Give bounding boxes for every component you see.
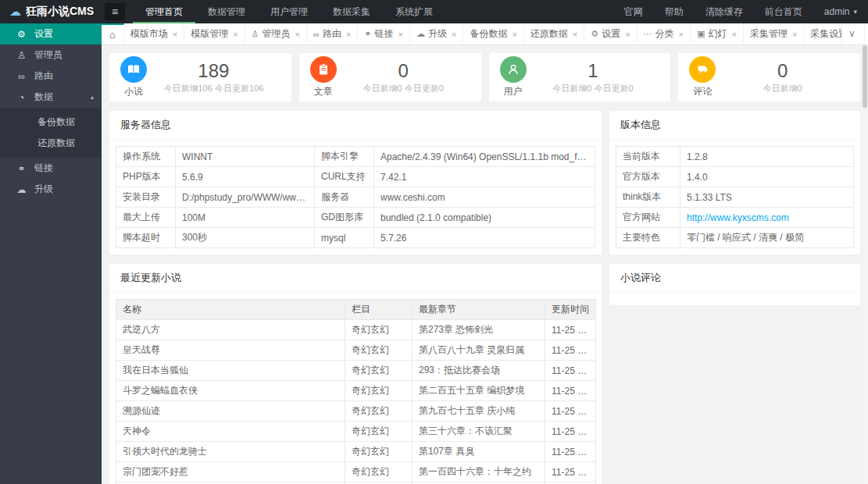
stat-card-articles: 文章 0 今日新增0 今日更新0 xyxy=(299,53,481,101)
sidebar-item-data[interactable]: ◔ 数据 ▴ xyxy=(0,87,102,108)
close-icon[interactable]: × xyxy=(398,30,403,39)
close-icon[interactable]: × xyxy=(295,30,300,39)
stat-subtext: 今日新增0 今日更新0 xyxy=(337,83,470,94)
nav-link-frontend-home[interactable]: 前台首页 xyxy=(754,0,813,23)
sidebar-item-upgrade[interactable]: ☁ 升级 xyxy=(0,179,102,200)
sidebar-item-settings[interactable]: ⚙ 设置 xyxy=(0,23,102,44)
close-icon[interactable]: × xyxy=(452,30,456,39)
upgrade-icon: ☁ xyxy=(416,29,425,39)
tab[interactable]: ♙ 管理员 × xyxy=(245,23,307,44)
column-header-chapter: 最新章节 xyxy=(413,300,545,320)
version-value: 1.2.8 xyxy=(680,147,854,167)
tab[interactable]: ⋯ 分类 × xyxy=(638,23,691,44)
novel-category: 奇幻玄幻 xyxy=(345,422,413,442)
tab[interactable]: ☁ 升级 × xyxy=(410,23,463,44)
close-icon[interactable]: × xyxy=(346,30,351,39)
close-icon[interactable]: × xyxy=(679,30,684,39)
close-icon[interactable]: × xyxy=(792,30,797,39)
user-dropdown[interactable]: admin ▾ xyxy=(813,0,868,23)
nav-link-official-site[interactable]: 官网 xyxy=(613,0,654,23)
tab-label: 管理员 xyxy=(263,27,291,41)
home-icon: ⌂ xyxy=(109,29,116,41)
book-icon xyxy=(120,56,147,83)
panel-title: 小说评论 xyxy=(609,264,860,293)
novel-category: 奇幻玄幻 xyxy=(345,401,413,422)
nav-item-admin-home[interactable]: 管理首页 xyxy=(133,0,195,23)
person-icon xyxy=(500,56,527,83)
link-icon: ⚭ xyxy=(16,163,27,174)
tab[interactable]: ▣ 幻灯 × xyxy=(691,23,744,44)
column-header-name: 名称 xyxy=(116,300,345,320)
server-info-label: 脚本引擎 xyxy=(315,147,374,167)
stat-value: 1 xyxy=(527,61,660,81)
scrollbar[interactable] xyxy=(862,45,868,484)
nav-item-data-collect[interactable]: 数据采集 xyxy=(320,0,383,23)
tab[interactable]: ∞ 路由 × xyxy=(307,23,358,44)
nav-link-help[interactable]: 帮助 xyxy=(654,0,695,23)
novel-name: 溯源仙迹 xyxy=(116,401,345,422)
server-info-value: 5.7.26 xyxy=(374,228,595,248)
tab-home[interactable]: ⌂ xyxy=(102,23,124,44)
close-icon[interactable]: × xyxy=(233,30,238,39)
sidebar-subitem-backup-data[interactable]: 备份数据 xyxy=(0,112,102,133)
sidebar-submenu-data: 备份数据 还原数据 xyxy=(0,108,102,158)
sidebar-subitem-restore-data[interactable]: 还原数据 xyxy=(0,133,102,154)
table-row: 官方网站 http://www.kyxscms.com xyxy=(616,208,854,228)
server-info-label: 安装目录 xyxy=(116,187,176,208)
table-row: 当前版本 1.2.8 xyxy=(616,147,854,167)
server-info-label: 服务器 xyxy=(315,187,374,208)
cloud-rain-logo-icon: ☁ xyxy=(9,5,21,19)
nav-item-system-extend[interactable]: 系统扩展 xyxy=(383,0,445,23)
recent-novels-table: 名称 栏目 最新章节 更新时间 武逆八方 奇幻玄幻 xyxy=(116,299,596,484)
server-info-label: 操作系统 xyxy=(116,147,176,167)
close-icon[interactable]: × xyxy=(731,30,736,39)
close-icon[interactable]: × xyxy=(173,30,177,39)
novel-latest-chapter: 第三十六章：不该汇聚 xyxy=(413,422,545,442)
logo-text: 狂雨小说CMS xyxy=(26,5,94,19)
sidebar-item-admin[interactable]: ♙ 管理员 xyxy=(0,44,102,66)
tab[interactable]: 模版管理 × xyxy=(184,23,245,44)
nav-link-clear-cache[interactable]: 清除缓存 xyxy=(695,0,754,23)
stat-subtext: 今日新增0 今日更新0 xyxy=(527,83,660,94)
table-row: PHP版本 5.6.9 CURL支持 7.42.1 xyxy=(116,167,595,187)
tab[interactable]: 还原数据 × xyxy=(524,23,584,44)
sidebar-item-link[interactable]: ⚭ 链接 xyxy=(0,158,102,179)
close-icon[interactable]: × xyxy=(512,30,516,39)
hamburger-menu-button[interactable]: ≡ xyxy=(105,3,125,20)
novel-update-time: 11-25 21:51 xyxy=(545,442,596,462)
version-info-panel: 版本信息 当前版本 1.2.8 官方版本 1.4.0 xyxy=(609,111,860,254)
tab[interactable]: ⚭ 链接 × xyxy=(358,23,410,44)
table-row: 我在日本当狐仙 奇幻玄幻 293：抵达比赛会场 11-25 21:51 xyxy=(116,361,596,381)
table-row: 斗罗之蝙蝠血衣侠 奇幻玄幻 第二百五十五章 编织梦境 11-25 21:51 xyxy=(116,381,596,401)
table-row: 武逆八方 奇幻玄幻 第273章 恐怖剑光 11-25 21:51 xyxy=(116,320,596,340)
tab[interactable]: 备份数据 × xyxy=(463,23,523,44)
nav-item-data-manage[interactable]: 数据管理 xyxy=(195,0,258,23)
nav-item-user-manage[interactable]: 用户管理 xyxy=(258,0,320,23)
table-row: 引领大时代的龙骑士 奇幻玄幻 第107章 真臭 11-25 21:51 xyxy=(116,442,596,462)
close-icon[interactable]: × xyxy=(573,30,577,39)
tab-overflow-button[interactable]: ∨ xyxy=(841,23,862,44)
table-row: 皇天战尊 奇幻玄幻 第八百八十九章 灵泉归属 11-25 21:51 xyxy=(116,340,596,361)
table-row: 操作系统 WINNT 脚本引擎 Apache/2.4.39 (Win64) Op… xyxy=(116,147,595,167)
tab[interactable]: 模版市场 × xyxy=(124,23,184,44)
version-value: 1.4.0 xyxy=(680,167,854,187)
tab-label: 设置 xyxy=(602,27,620,41)
caret-down-icon: ▾ xyxy=(853,8,857,16)
tab[interactable]: 插件管理 × xyxy=(865,23,868,44)
stat-subtext: 今日新增106 今日更新106 xyxy=(147,83,280,94)
logo: ☁ 狂雨小说CMS xyxy=(0,0,102,23)
sidebar-item-label: 管理员 xyxy=(34,48,63,62)
scrollbar-thumb[interactable] xyxy=(863,45,867,108)
novel-category: 奇幻玄幻 xyxy=(345,462,413,482)
sidebar-item-route[interactable]: ∞ 路由 xyxy=(0,66,102,87)
tab[interactable]: 采集管理 × xyxy=(744,23,804,44)
sidebar-item-label: 数据 xyxy=(34,91,53,104)
close-icon[interactable]: × xyxy=(625,30,630,39)
panel-title: 服务器信息 xyxy=(109,111,602,140)
cloud-upload-icon: ☁ xyxy=(16,184,27,195)
novel-name: 宗门团宠不好惹 xyxy=(116,462,345,482)
tab[interactable]: ⚙ 设置 × xyxy=(584,23,637,44)
official-website-link[interactable]: http://www.kyxscms.com xyxy=(687,212,789,223)
stat-subtext: 今日新增0 xyxy=(716,83,849,94)
stat-cards: 小说 189 今日新增106 今日更新106 文章 0 今日新增0 今日更新0 xyxy=(109,53,860,101)
